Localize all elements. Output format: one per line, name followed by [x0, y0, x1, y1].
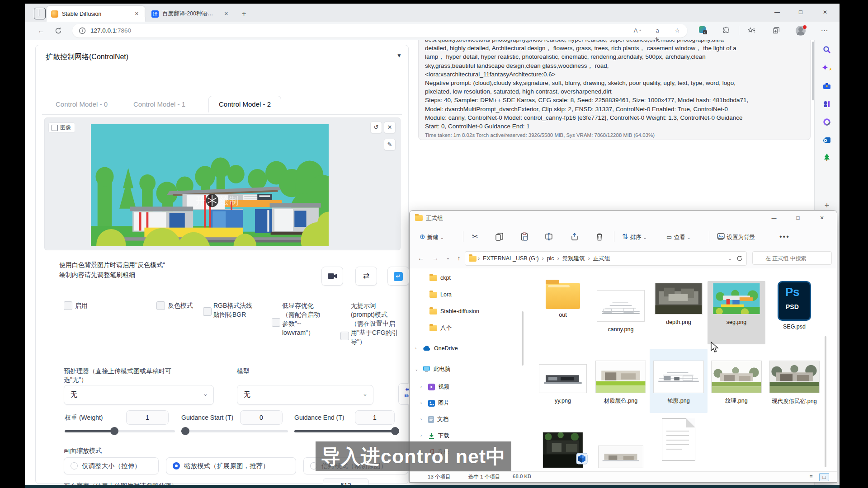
explorer-titlebar[interactable]: 正式组 — □ ✕: [410, 211, 837, 226]
address-dropdown-icon[interactable]: ⌄: [728, 256, 732, 261]
close-window-button[interactable]: ✕: [816, 5, 834, 19]
breadcrumb-segment[interactable]: EXTERNAL_USB (G:): [483, 255, 539, 262]
sort-button[interactable]: ⇅ 排序⌄: [622, 231, 646, 242]
file-out[interactable]: out: [534, 283, 592, 319]
panel-title[interactable]: 扩散控制网络(ControlNet): [46, 52, 128, 62]
loop-app-icon[interactable]: [821, 116, 833, 128]
file-outline[interactable]: 轮廓.png: [650, 361, 708, 404]
breadcrumb-segment[interactable]: pic: [547, 255, 554, 262]
nav-item-bage[interactable]: 八个: [429, 322, 452, 334]
send-dimensions-button[interactable]: ↵: [387, 267, 409, 286]
file-texture[interactable]: 纹理.png: [708, 361, 765, 404]
maximize-explorer-button[interactable]: □: [789, 211, 807, 224]
share-icon[interactable]: [571, 231, 579, 242]
address-bar[interactable]: 127.0.0.1:7860 A〞 aあ ☆: [72, 24, 687, 38]
set-wallpaper-button[interactable]: 设置为背景: [717, 231, 755, 242]
chevron-right-icon[interactable]: ›: [420, 401, 425, 405]
paste-icon[interactable]: [521, 231, 528, 242]
thumbnail-view-icon[interactable]: □: [819, 473, 829, 481]
lowvram-checkbox[interactable]: [272, 318, 280, 327]
details-view-icon[interactable]: ≡: [807, 473, 816, 480]
chevron-right-icon[interactable]: ›: [420, 385, 425, 389]
site-info-icon[interactable]: [78, 26, 87, 35]
collections-icon[interactable]: [771, 25, 782, 36]
minimize-explorer-button[interactable]: —: [765, 211, 783, 224]
image-upload-card[interactable]: 图像: [44, 117, 401, 250]
nav-item-onedrive[interactable]: › OneDrive: [415, 343, 458, 354]
nav-item-ckpt[interactable]: ckpt: [429, 272, 451, 284]
guidance-start-slider[interactable]: [181, 430, 288, 432]
refresh-icon[interactable]: [736, 255, 743, 262]
url-text[interactable]: 127.0.0.1:7860: [90, 27, 131, 34]
tab-stable-diffusion[interactable]: Stable Diffusion ✕: [47, 6, 145, 22]
enable-checkbox[interactable]: [64, 301, 72, 310]
games-icon[interactable]: [821, 98, 833, 110]
nav-item-lora[interactable]: Lora: [429, 289, 452, 300]
file-canny[interactable]: canny.png: [592, 283, 650, 333]
extension-translate-icon[interactable]: x: [697, 25, 708, 36]
file-seg[interactable]: seg.png: [708, 283, 765, 326]
read-aloud-icon[interactable]: A〞: [633, 26, 642, 35]
weight-input[interactable]: 1: [126, 410, 169, 425]
file-material-color[interactable]: 材质颜色.png: [592, 361, 650, 404]
recent-locations-icon[interactable]: ⌄: [443, 253, 453, 263]
favorite-star-icon[interactable]: ☆: [673, 26, 682, 35]
clear-image-icon[interactable]: ✕: [384, 122, 396, 133]
guidance-end-slider[interactable]: [294, 430, 398, 432]
breadcrumb-segment[interactable]: 景观建筑: [562, 255, 585, 263]
new-button[interactable]: ⊕ 新建⌄: [420, 231, 444, 242]
refresh-icon[interactable]: [53, 25, 64, 36]
guidance-end-input[interactable]: 1: [355, 410, 395, 425]
explorer-search-box[interactable]: 在 正式组 中搜索: [752, 251, 832, 265]
rgb-to-bgr-checkbox[interactable]: [203, 307, 212, 316]
close-tab-icon[interactable]: ✕: [133, 10, 141, 18]
chevron-right-icon[interactable]: ›: [420, 417, 425, 422]
edit-brush-icon[interactable]: ✎: [384, 139, 396, 150]
sidebar-add-icon[interactable]: ＋: [821, 199, 833, 211]
chevron-right-icon[interactable]: ›: [420, 433, 425, 438]
up-icon[interactable]: ↑: [454, 253, 464, 263]
resize-option-stretch[interactable]: 仅调整大小（拉伸）: [64, 457, 159, 474]
tab-control-model-1[interactable]: Control Model - 1: [133, 100, 185, 108]
collapse-caret-icon[interactable]: ▼: [396, 52, 402, 59]
nav-item-pictures[interactable]: › 图片: [420, 397, 449, 409]
tab-baidu-translate[interactable]: 译 百度翻译-200种语言互译、沟通… ✕: [147, 6, 235, 22]
maximize-window-button[interactable]: □: [792, 5, 810, 19]
undo-icon[interactable]: ↺: [370, 122, 382, 133]
translate-icon[interactable]: aあ: [653, 26, 662, 35]
file-seg-psd[interactable]: Ps PSD SEG.psd: [765, 281, 823, 330]
new-tab-button[interactable]: ＋: [240, 8, 248, 19]
file-yy[interactable]: yy.png: [534, 364, 592, 404]
controlnet-input-image[interactable]: 开 绘制: [91, 124, 329, 246]
tab-control-model-0[interactable]: Control Model - 0: [56, 100, 108, 108]
sidebar-search-icon[interactable]: [821, 44, 833, 56]
file-modern-homestay[interactable]: 现代度假民宿.png: [765, 361, 823, 405]
nav-scrollbar[interactable]: [522, 311, 524, 366]
more-options-icon[interactable]: •••: [779, 231, 790, 242]
cut-icon[interactable]: ✂: [472, 231, 478, 242]
copy-icon[interactable]: [495, 231, 503, 242]
weight-slider[interactable]: [65, 430, 175, 432]
close-tab-icon[interactable]: ✕: [222, 10, 230, 18]
settings-more-icon[interactable]: ⋯: [819, 25, 830, 36]
back-icon[interactable]: ←: [416, 253, 426, 263]
minimize-window-button[interactable]: —: [768, 5, 786, 19]
close-explorer-button[interactable]: ✕: [813, 211, 830, 224]
nav-item-stable-diffusion[interactable]: Stable-diffusion: [429, 305, 479, 317]
generation-info-box[interactable]: best quality,architectural photography,p…: [418, 40, 811, 140]
nav-item-documents[interactable]: › 文档: [420, 413, 448, 425]
file-unknown-doc[interactable]: [650, 418, 708, 461]
outlook-icon[interactable]: [821, 134, 833, 146]
eco-tree-icon[interactable]: [821, 151, 833, 163]
nav-item-videos[interactable]: › 视频: [420, 381, 449, 393]
delete-icon[interactable]: [596, 231, 603, 242]
breadcrumb[interactable]: › EXTERNAL_USB (G:) › pic › 景观建筑 › 正式组 ⌄: [465, 251, 747, 266]
rename-icon[interactable]: [545, 231, 554, 242]
breadcrumb-segment[interactable]: 正式组: [593, 255, 610, 263]
favorites-list-icon[interactable]: [746, 25, 757, 36]
invert-color-checkbox[interactable]: [156, 301, 165, 310]
forward-icon[interactable]: →: [430, 253, 440, 263]
copilot-icon[interactable]: ✦★: [821, 62, 833, 74]
no-prompt-checkbox[interactable]: [340, 332, 349, 340]
model-select[interactable]: 无⌄: [237, 385, 373, 405]
